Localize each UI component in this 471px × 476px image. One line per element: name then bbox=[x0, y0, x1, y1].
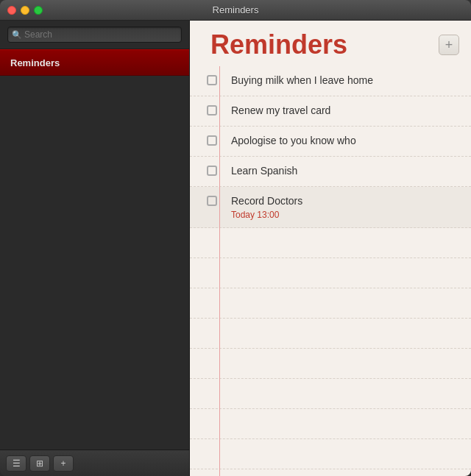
checkbox-area bbox=[202, 127, 222, 146]
grid-view-button[interactable]: ⊞ bbox=[29, 455, 50, 472]
reminder-item[interactable]: Renew my travel card bbox=[190, 96, 471, 127]
empty-line bbox=[190, 349, 471, 379]
search-input[interactable] bbox=[7, 26, 182, 43]
reminder-checkbox[interactable] bbox=[207, 75, 217, 85]
search-wrapper: 🔍 bbox=[7, 26, 182, 43]
reminder-text-area: Record Doctors Today 13:00 bbox=[222, 187, 459, 227]
empty-line bbox=[190, 319, 471, 349]
sidebar-list: Reminders bbox=[0, 49, 189, 450]
reminder-title: Record Doctors bbox=[231, 194, 459, 209]
reminder-title: Renew my travel card bbox=[231, 104, 459, 118]
reminder-text-area: Apologise to you know who bbox=[222, 127, 459, 156]
reminder-checkbox[interactable] bbox=[207, 196, 217, 206]
reminder-checkbox[interactable] bbox=[207, 166, 217, 176]
title-bar: Reminders bbox=[0, 0, 471, 21]
checkbox-area bbox=[202, 157, 222, 176]
add-list-button[interactable]: + bbox=[53, 455, 74, 472]
reminder-checkbox[interactable] bbox=[207, 135, 217, 146]
sidebar-item-reminders[interactable]: Reminders bbox=[0, 49, 189, 76]
reminder-item[interactable]: Buying milk when I leave home bbox=[190, 66, 471, 96]
reminder-title: Apologise to you know who bbox=[231, 134, 459, 149]
minimize-button[interactable] bbox=[21, 6, 29, 15]
notes-header: Reminders + bbox=[190, 21, 471, 66]
reminder-text-area: Learn Spanish bbox=[222, 157, 459, 186]
search-icon: 🔍 bbox=[12, 30, 22, 40]
reminder-title: Learn Spanish bbox=[231, 164, 459, 179]
reminder-text-area: Buying milk when I leave home bbox=[222, 66, 459, 96]
reminder-item[interactable]: Learn Spanish bbox=[190, 157, 471, 187]
checkbox-area bbox=[202, 66, 222, 85]
reminder-text-area: Renew my travel card bbox=[222, 96, 459, 126]
reminder-subtitle: Today 13:00 bbox=[231, 210, 459, 220]
traffic-lights bbox=[7, 6, 43, 15]
checkbox-area bbox=[202, 187, 222, 206]
reminder-item[interactable]: Apologise to you know who bbox=[190, 127, 471, 157]
empty-line bbox=[190, 258, 471, 288]
app-window: Reminders 🔍 Reminders ☰ bbox=[0, 0, 471, 476]
checkbox-area bbox=[202, 96, 222, 116]
notes-body: Buying milk when I leave home Renew my t… bbox=[190, 66, 471, 476]
notes-title: Reminders bbox=[210, 29, 347, 60]
plus-icon: + bbox=[60, 458, 65, 469]
add-reminder-button[interactable]: + bbox=[439, 35, 459, 55]
sidebar-toolbar: ☰ ⊞ + bbox=[0, 450, 189, 476]
main-content: 🔍 Reminders ☰ ⊞ + bbox=[0, 21, 471, 476]
empty-line bbox=[190, 288, 471, 319]
empty-line bbox=[190, 228, 471, 258]
reminder-item[interactable]: Record Doctors Today 13:00 bbox=[190, 187, 471, 228]
add-reminder-icon: + bbox=[445, 38, 453, 53]
sidebar-item-label: Reminders bbox=[10, 57, 60, 68]
list-icon: ☰ bbox=[13, 458, 21, 469]
maximize-button[interactable] bbox=[34, 6, 43, 15]
list-view-button[interactable]: ☰ bbox=[6, 455, 26, 472]
grid-icon: ⊞ bbox=[36, 458, 43, 469]
empty-line bbox=[190, 379, 471, 409]
notes-panel: Reminders + Buying milk when I leave hom… bbox=[190, 21, 471, 476]
sidebar: 🔍 Reminders ☰ ⊞ + bbox=[0, 21, 190, 476]
search-bar: 🔍 bbox=[0, 21, 189, 49]
close-button[interactable] bbox=[7, 6, 16, 15]
window-title: Reminders bbox=[213, 4, 259, 15]
reminder-title: Buying milk when I leave home bbox=[231, 74, 459, 88]
reminder-checkbox[interactable] bbox=[207, 105, 217, 116]
empty-line bbox=[190, 439, 471, 469]
empty-line bbox=[190, 409, 471, 439]
